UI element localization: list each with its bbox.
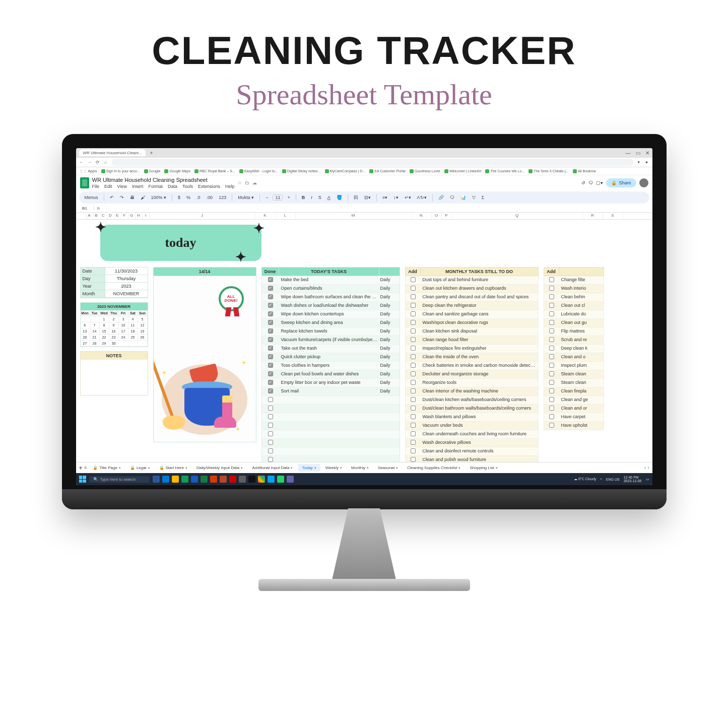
bookmark-item[interactable]: All Bookma — [573, 169, 595, 173]
app-icon[interactable] — [258, 476, 265, 483]
profile-icon[interactable]: ● — [644, 160, 649, 165]
task-name[interactable]: Wash dishes or load/unload the dishwashe… — [279, 302, 379, 310]
new-tab-button[interactable]: + — [150, 150, 153, 156]
menus-button[interactable]: Menus — [83, 195, 100, 200]
monthly-task[interactable]: Wash/spot clean decorative rugs — [421, 319, 538, 327]
column-header[interactable]: S — [603, 213, 623, 219]
menu-item[interactable]: Tools — [182, 184, 193, 189]
bookmark-item[interactable]: RBC Royal Bank – S... — [194, 169, 235, 173]
monthly-task[interactable]: Clean the inside of the oven — [421, 353, 538, 361]
checkbox[interactable] — [268, 337, 273, 342]
menu-item[interactable]: Format — [148, 184, 163, 189]
checkbox[interactable] — [268, 414, 273, 419]
task-name[interactable]: Quick clutter pickup — [279, 353, 379, 361]
app-icon[interactable] — [201, 476, 208, 483]
extra-task[interactable]: Have upholst — [559, 422, 604, 430]
app-icon[interactable] — [172, 476, 179, 483]
calendar-day[interactable]: 29 — [100, 341, 109, 347]
calendar-day[interactable]: 6 — [81, 322, 90, 328]
checkbox[interactable] — [549, 354, 554, 359]
monthly-task[interactable]: Dust tops of and behind furniture — [421, 276, 538, 284]
scroll-left-icon[interactable]: ‹ — [644, 466, 646, 470]
checkbox[interactable] — [411, 414, 416, 419]
task-name[interactable] — [279, 430, 379, 438]
extra-task[interactable]: Clean and ge — [559, 396, 604, 404]
task-name[interactable]: Empty litter box or any indoor pet waste — [279, 379, 379, 387]
monthly-task[interactable]: Clean range hood filter — [421, 336, 538, 344]
extra-task[interactable]: Clean firepla — [559, 387, 604, 395]
column-header[interactable]: H — [136, 213, 143, 219]
checkbox[interactable] — [268, 320, 273, 325]
star-icon[interactable]: ☆ — [238, 180, 242, 185]
forward-icon[interactable]: → — [87, 160, 92, 165]
meet-icon[interactable]: ▢▾ — [596, 180, 603, 185]
comment-icon[interactable]: 🗨 — [448, 195, 456, 200]
calendar-day[interactable]: 8 — [100, 322, 109, 328]
menu-item[interactable]: Data — [168, 184, 177, 189]
zoom-select[interactable]: 100% ▾ — [150, 195, 168, 200]
checkbox[interactable] — [549, 397, 554, 402]
task-name[interactable] — [279, 405, 379, 413]
task-name[interactable] — [279, 456, 379, 462]
redo-icon[interactable]: ↷ — [118, 195, 125, 200]
checkbox[interactable] — [411, 440, 416, 445]
checkbox[interactable] — [549, 303, 554, 308]
task-name[interactable]: Take out the trash — [279, 345, 379, 353]
paint-format-icon[interactable]: 🖌 — [139, 195, 147, 200]
checkbox[interactable] — [411, 397, 416, 402]
caret-down-icon[interactable]: ▾ — [119, 466, 121, 470]
task-name[interactable]: Sort mail — [279, 387, 379, 395]
extra-task[interactable]: Clean behin — [559, 293, 604, 301]
chart-icon[interactable]: 📊 — [459, 195, 468, 200]
calendar-day[interactable]: 7 — [90, 322, 100, 328]
monthly-task[interactable]: Clean underneath couches and living room… — [421, 430, 538, 438]
task-name[interactable]: Vacuum furniture/carpets (if visible cru… — [279, 336, 379, 344]
decimal-dec-icon[interactable]: .0 — [195, 195, 202, 200]
calendar-day[interactable]: 24 — [119, 335, 128, 341]
start-button[interactable] — [79, 476, 86, 483]
extra-task[interactable]: Scrub and re — [559, 336, 604, 344]
extra-task[interactable]: Have carpet — [559, 413, 604, 421]
bookmark-item[interactable]: EA Customer Portal — [369, 169, 405, 173]
checkbox[interactable] — [411, 311, 416, 316]
checkbox[interactable] — [268, 448, 273, 453]
checkbox[interactable] — [549, 277, 554, 282]
task-name[interactable] — [279, 396, 379, 404]
calendar-day[interactable]: 2 — [109, 316, 119, 322]
column-header[interactable]: M — [296, 213, 412, 219]
font-select[interactable]: Mukta ▾ — [236, 195, 255, 200]
scroll-right-icon[interactable]: › — [648, 466, 649, 470]
monthly-task[interactable]: Declutter and reorganize storage — [421, 370, 538, 378]
url-field[interactable] — [111, 159, 633, 166]
window-minimize-icon[interactable]: — — [626, 150, 631, 156]
extra-task[interactable]: Clean out gu — [559, 319, 604, 327]
task-name[interactable]: Toss clothes in hampers — [279, 362, 379, 370]
extra-task[interactable]: Deep clean k — [559, 345, 604, 353]
merge-icon[interactable]: ⊟▾ — [363, 195, 372, 200]
column-header[interactable]: E — [114, 213, 121, 219]
checkbox[interactable] — [549, 311, 554, 316]
monthly-task[interactable]: Clean and sanitize garbage cans — [421, 310, 538, 318]
clock[interactable]: 12:40 PM2023-12-05 — [624, 476, 642, 483]
valign-icon[interactable]: ↕▾ — [392, 195, 400, 200]
checkbox[interactable] — [411, 277, 416, 282]
value[interactable]: 11/30/2023 — [105, 268, 148, 275]
checkbox[interactable] — [268, 328, 273, 334]
filter-icon[interactable]: ▽ — [471, 195, 477, 200]
monthly-task[interactable]: Wash decorative pillows — [421, 439, 538, 447]
bookmark-item[interactable]: Goodness Lover — [410, 169, 440, 173]
monthly-task[interactable]: Vacuum under beds — [421, 422, 538, 430]
bookmark-item[interactable]: The Sims 4 Cheats (... — [528, 169, 569, 173]
bookmark-item[interactable]: Digital Sticky notes/... — [282, 169, 321, 173]
app-icon[interactable] — [239, 476, 246, 483]
caret-down-icon[interactable]: ▾ — [314, 466, 316, 470]
checkbox[interactable] — [549, 380, 554, 385]
checkbox[interactable] — [549, 371, 554, 376]
calendar-day[interactable]: 9 — [109, 322, 119, 328]
task-name[interactable]: Wipe down kitchen countertops — [279, 310, 379, 318]
monthly-task[interactable]: Clean pantry and discard out of date foo… — [421, 293, 538, 301]
checkbox[interactable] — [268, 286, 273, 291]
app-icon[interactable] — [162, 476, 169, 483]
checkbox[interactable] — [549, 388, 554, 393]
history-icon[interactable]: ↺ — [581, 180, 585, 185]
